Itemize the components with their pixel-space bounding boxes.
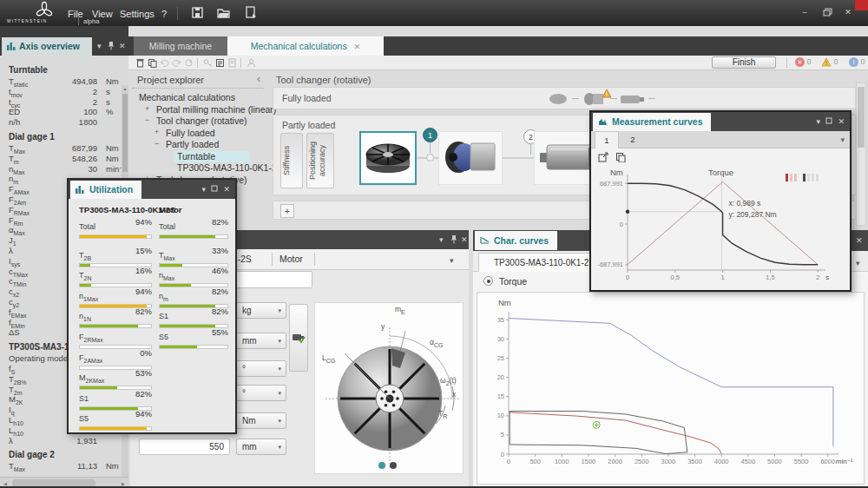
finish-button[interactable]: Finish [712, 56, 776, 69]
project-explorer-title: Project explorer [137, 75, 204, 85]
ribbon-separator [197, 58, 198, 68]
refresh-icon[interactable] [184, 58, 194, 68]
radio-label: Torque [499, 276, 527, 287]
svg-text:!: ! [825, 60, 827, 66]
panel-menu-icon[interactable]: ▾ [816, 116, 820, 127]
menu-settings[interactable]: Settings [120, 9, 155, 19]
close-icon[interactable]: ✕ [856, 235, 863, 246]
axis-parameter-row: TMax11,13Nm [9, 461, 120, 472]
maximize-icon[interactable] [211, 184, 218, 195]
tree-item[interactable]: Turntable [130, 151, 266, 163]
restore-button[interactable] [819, 6, 835, 18]
panel-menu-icon[interactable]: ▾ [439, 234, 444, 245]
bar-chart-icon [76, 185, 84, 194]
menu-view[interactable]: View [92, 9, 113, 19]
utilization-row: T2B15% [79, 243, 152, 264]
axis-overview-tab[interactable]: Axis overview [2, 37, 92, 56]
unit-select[interactable]: mm▾ [236, 439, 286, 455]
tab-mechanical-calculations[interactable]: Mechanical calculations✕ [227, 36, 384, 56]
main-scrollbar[interactable] [856, 82, 866, 226]
tree-expander-icon[interactable]: − [145, 115, 149, 124]
connection-badge-1[interactable]: 1 [423, 128, 437, 142]
positioning-accuracy-button[interactable]: Positioning accuracy [306, 133, 334, 188]
connector-node[interactable] [426, 154, 434, 162]
close-button[interactable]: ✕ [840, 6, 856, 18]
copy-icon[interactable] [148, 58, 157, 68]
close-icon[interactable]: ✕ [461, 234, 468, 245]
menu-file[interactable]: File [68, 9, 83, 19]
close-icon[interactable]: ✕ [838, 116, 845, 127]
report-icon[interactable] [215, 58, 225, 68]
tree-item[interactable]: −Tool changer (rotative) [130, 115, 266, 128]
panel-menu-icon[interactable]: ▾ [201, 184, 206, 195]
export-icon[interactable] [245, 6, 258, 23]
tab-overflow-icon[interactable]: ▾ [840, 135, 845, 145]
char-curves-tab[interactable]: Char. curves [475, 231, 557, 250]
gearbox-component[interactable] [438, 131, 503, 185]
close-icon[interactable]: ✕ [119, 41, 126, 51]
tree-item-label: Fully loaded [166, 128, 215, 138]
tree-item[interactable]: +Portal milling machine (linear) [130, 104, 266, 116]
scrollbar-thumb[interactable] [858, 87, 865, 148]
tree-expander-icon[interactable]: + [145, 104, 149, 113]
tree-item[interactable]: −Partly loaded [130, 139, 266, 151]
add-button[interactable]: + [280, 204, 294, 218]
redo-icon[interactable] [172, 58, 181, 68]
utilization-tab[interactable]: Utilization [70, 181, 141, 199]
tab-overflow-icon[interactable]: ▾ [856, 258, 860, 268]
tree-item[interactable]: TP300S-MA3-110-0K1-2S [130, 162, 266, 175]
tab-1[interactable]: 1 [595, 131, 619, 148]
close-icon[interactable]: ✕ [223, 184, 230, 195]
measurement-curves-tab[interactable]: Measurement curves [593, 113, 711, 131]
unit-select[interactable]: °▾ [236, 385, 286, 401]
svg-text:5000: 5000 [767, 458, 782, 465]
tree-expander-icon[interactable]: − [155, 139, 159, 148]
undo-icon[interactable] [160, 58, 169, 68]
torque-radio[interactable] [483, 276, 493, 286]
chevron-down-icon: ▾ [278, 413, 281, 428]
pin-icon[interactable] [108, 41, 115, 53]
svg-text:500: 500 [529, 458, 541, 465]
tree-expander-icon[interactable]: + [155, 128, 159, 136]
user-icon[interactable] [247, 58, 256, 68]
fully-loaded-group[interactable]: Fully loaded ! [273, 87, 856, 109]
stiffness-button[interactable]: Stiffness [280, 133, 303, 188]
maximize-icon[interactable] [825, 116, 832, 127]
key-icon[interactable] [203, 58, 213, 68]
unit-select[interactable]: °▾ [236, 360, 286, 377]
area-chart-icon [598, 117, 608, 126]
scrollbar-thumb[interactable] [122, 94, 128, 172]
pin-icon[interactable] [450, 234, 457, 247]
value-input[interactable]: 550 [139, 439, 230, 455]
scroll-up-icon[interactable]: ▲ [122, 86, 128, 91]
collapse-panel-icon[interactable]: ‹ [257, 73, 260, 85]
char-curves-chart: Nm 0500100015002000250030003500400045005… [477, 292, 865, 485]
panel-menu-icon[interactable]: ▾ [97, 41, 102, 51]
svg-text:y: 209,287 Nm: y: 209,287 Nm [728, 210, 776, 219]
unit-select[interactable]: mm▾ [236, 333, 286, 349]
document-icon[interactable] [227, 58, 237, 68]
turntable-component[interactable] [359, 131, 417, 185]
svg-text:25: 25 [497, 354, 504, 362]
tree-item[interactable]: Mechanical calculations [130, 92, 266, 104]
tab-separator [272, 253, 273, 266]
tab-overflow-icon[interactable]: ▾ [450, 255, 454, 266]
tab-motor[interactable]: Motor [279, 254, 303, 264]
delete-icon[interactable] [135, 58, 145, 68]
tree-item[interactable]: +Fully loaded [130, 128, 266, 140]
tab-2[interactable]: 2 [621, 131, 645, 148]
utilization-panel: Utilization ▾ ✕ TP300S-MA3-110-0K1-2STot… [67, 178, 237, 434]
close-tab-icon[interactable]: ✕ [354, 43, 361, 51]
save-icon[interactable] [191, 6, 204, 23]
menu-help[interactable]: ? [161, 9, 167, 19]
unit-select[interactable]: Nm▾ [236, 412, 286, 429]
motor-selection-button[interactable] [289, 304, 308, 372]
page-dot[interactable] [390, 462, 397, 469]
page-dot-active[interactable] [378, 462, 385, 469]
wittenstein-logo-icon [33, 1, 56, 20]
unit-select[interactable]: kg▾ [236, 302, 286, 319]
open-project-icon[interactable] [217, 6, 231, 23]
minimize-button[interactable]: – [797, 6, 812, 18]
application-window: WITTENSTEIN alpha File View Settings ? –… [0, 0, 868, 488]
tab-milling-machine[interactable]: Milling machine [134, 36, 227, 56]
